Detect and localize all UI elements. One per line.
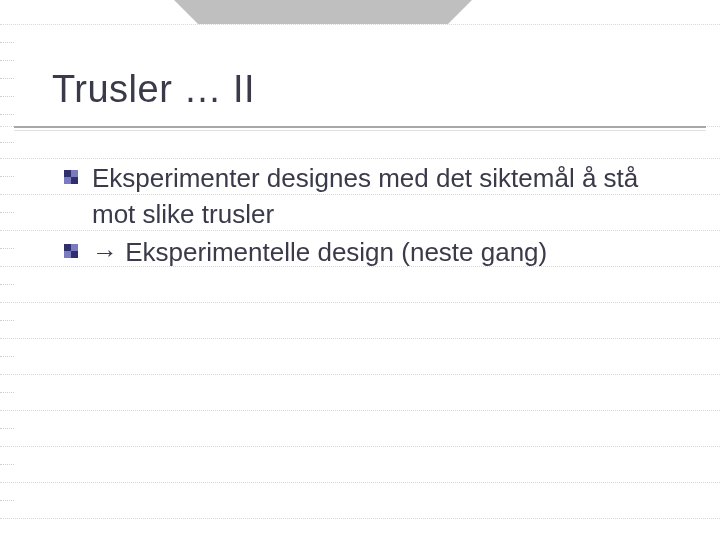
slide: Trusler … II Eksperimenter designes med … — [0, 0, 720, 540]
arrow-icon: → — [92, 237, 118, 267]
diamond-bullet-icon — [64, 170, 78, 184]
bullet-item: → Eksperimentelle design (neste gang) — [92, 234, 664, 270]
bullet-text: Eksperimentelle design (neste gang) — [118, 237, 547, 267]
top-tab-decoration — [198, 0, 448, 24]
bullet-item: Eksperimenter designes med det siktemål … — [92, 160, 664, 232]
slide-body: Eksperimenter designes med det siktemål … — [92, 160, 664, 272]
bullet-text: Eksperimenter designes med det siktemål … — [92, 163, 638, 229]
slide-title: Trusler … II — [52, 68, 255, 111]
title-underline — [14, 126, 706, 128]
diamond-bullet-icon — [64, 244, 78, 258]
